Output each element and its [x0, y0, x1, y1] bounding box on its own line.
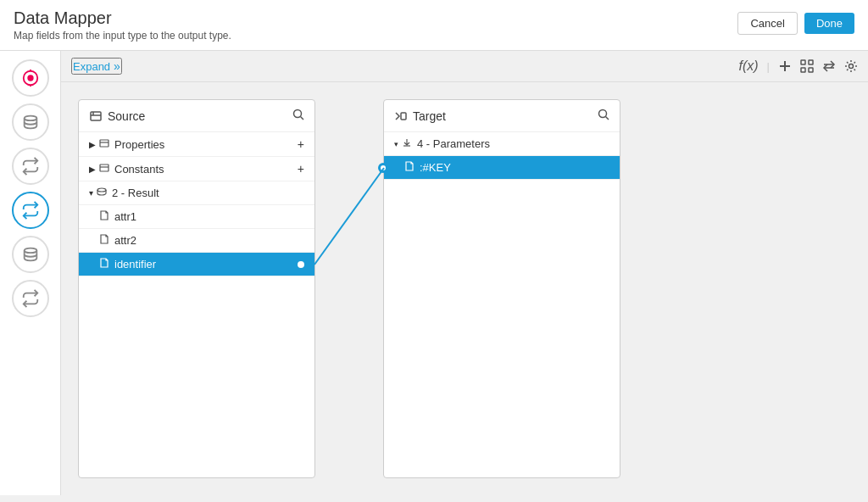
target-panel-label: Target — [413, 109, 446, 123]
header-left: Data Mapper Map fields from the input ty… — [14, 8, 231, 42]
file-icon — [99, 234, 109, 247]
properties-label: Properties — [114, 138, 298, 151]
source-attr1-item[interactable]: attr1 — [79, 205, 314, 229]
sidebar — [0, 51, 61, 495]
sidebar-icon-transform[interactable] — [12, 148, 49, 185]
svg-rect-25 — [401, 113, 406, 120]
swap-icon-button[interactable] — [822, 59, 836, 73]
svg-point-14 — [849, 64, 854, 69]
svg-rect-22 — [100, 165, 108, 171]
download-icon — [402, 137, 412, 150]
file-icon — [404, 161, 415, 174]
target-search-button[interactable] — [598, 109, 609, 123]
mapper-area: Source ▶ Properties — [61, 82, 868, 495]
file-icon — [99, 258, 109, 271]
source-result-item[interactable]: ▾ 2 - Result — [79, 181, 314, 205]
svg-rect-11 — [809, 68, 813, 72]
toolbar: Expand » f(x) | — [61, 51, 868, 82]
identifier-label: identifier — [114, 258, 298, 271]
cancel-button[interactable]: Cancel — [737, 12, 797, 35]
content-area: Expand » f(x) | — [61, 51, 868, 495]
svg-rect-15 — [91, 112, 101, 120]
expand-button[interactable]: Expand » — [71, 58, 122, 75]
chevron-icon: ▾ — [89, 188, 93, 198]
db-icon — [99, 163, 109, 176]
source-panel-label: Source — [108, 109, 145, 123]
source-search-button[interactable] — [292, 109, 304, 123]
sidebar-icon-output[interactable] — [12, 280, 49, 317]
add-icon-button[interactable] — [778, 59, 792, 73]
svg-line-27 — [606, 117, 609, 120]
svg-point-18 — [294, 110, 302, 118]
source-panel-header: Source — [79, 100, 314, 132]
target-parameters-item[interactable]: ▾ 4 - Parameters — [384, 132, 620, 156]
svg-rect-20 — [100, 140, 108, 147]
main-layout: Expand » f(x) | — [0, 51, 868, 495]
properties-add-icon[interactable]: + — [298, 137, 304, 151]
page-title: Data Mapper — [14, 8, 231, 28]
key-label: :#KEY — [420, 161, 609, 174]
target-panel-title: Target — [394, 109, 446, 123]
source-identifier-item[interactable]: identifier — [79, 253, 314, 276]
svg-line-19 — [301, 117, 304, 120]
header: Data Mapper Map fields from the input ty… — [0, 0, 868, 51]
attr2-label: attr2 — [114, 234, 304, 247]
target-connection-dot — [379, 164, 387, 172]
svg-point-4 — [24, 116, 36, 121]
source-constants-item[interactable]: ▶ Constants + — [79, 157, 314, 181]
sidebar-icon-storage[interactable] — [12, 236, 49, 273]
db-icon — [97, 187, 107, 199]
svg-line-29 — [314, 168, 384, 265]
done-button[interactable]: Done — [804, 13, 854, 34]
grid-icon-button[interactable] — [800, 59, 814, 73]
svg-point-24 — [97, 188, 106, 192]
svg-rect-8 — [801, 60, 805, 64]
toolbar-icons: f(x) | — [739, 59, 859, 74]
attr1-label: attr1 — [114, 210, 304, 223]
connection-dot — [298, 261, 304, 268]
source-panel-title: Source — [89, 109, 145, 123]
target-panel-header: Target — [384, 100, 620, 132]
constants-label: Constants — [114, 163, 298, 176]
fx-icon: f(x) — [739, 59, 759, 74]
svg-rect-9 — [809, 60, 813, 64]
db-icon — [99, 138, 109, 151]
result-label: 2 - Result — [112, 187, 304, 199]
source-panel-icon — [89, 109, 103, 123]
sidebar-icon-map[interactable] — [12, 192, 49, 229]
source-properties-item[interactable]: ▶ Properties + — [79, 132, 314, 157]
constants-add-icon[interactable]: + — [298, 162, 304, 176]
gear-icon-button[interactable] — [844, 59, 858, 73]
sidebar-icon-trigger[interactable] — [12, 59, 49, 97]
chevron-icon: ▶ — [89, 140, 96, 149]
target-panel: Target ▾ 4 - Parameters — [383, 99, 620, 478]
svg-point-1 — [27, 75, 33, 81]
chevron-right-icon: » — [114, 59, 120, 73]
sidebar-icon-database[interactable] — [12, 103, 49, 141]
toolbar-separator: | — [767, 60, 770, 73]
page-subtitle: Map fields from the input type to the ou… — [14, 30, 231, 42]
svg-rect-10 — [801, 68, 805, 72]
source-attr2-item[interactable]: attr2 — [79, 229, 314, 253]
target-panel-icon — [394, 109, 408, 123]
chevron-icon: ▶ — [89, 165, 96, 174]
file-icon — [99, 210, 109, 223]
svg-point-5 — [24, 248, 36, 254]
svg-point-26 — [599, 110, 607, 118]
target-key-item[interactable]: :#KEY — [384, 156, 620, 180]
source-panel: Source ▶ Properties — [78, 99, 315, 478]
chevron-icon: ▾ — [394, 140, 398, 148]
expand-label: Expand — [73, 60, 110, 73]
header-right: Cancel Done — [737, 12, 854, 35]
parameters-label: 4 - Parameters — [417, 137, 609, 150]
